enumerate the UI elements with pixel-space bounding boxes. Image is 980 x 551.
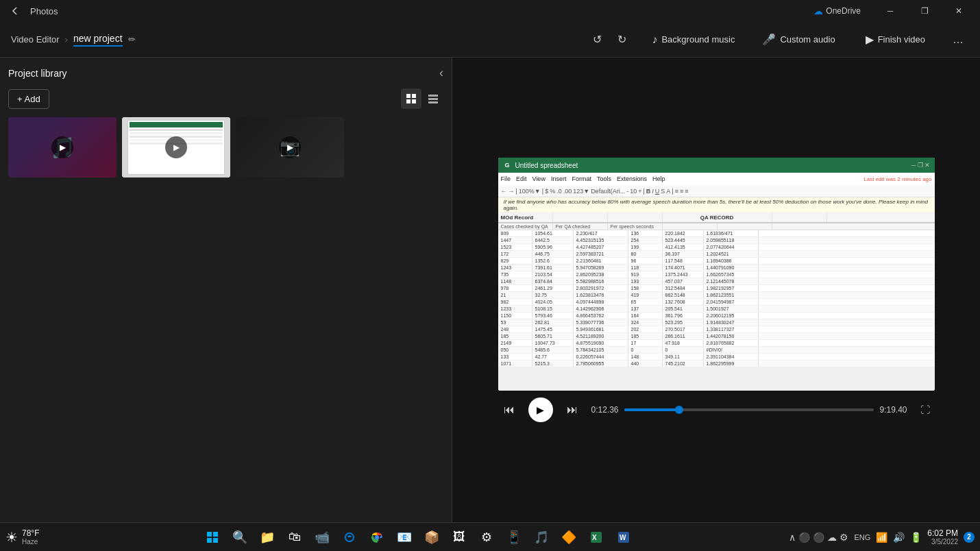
svg-rect-2 <box>406 99 411 103</box>
title-bar-controls: ☁ OneDrive ─ ❐ ✕ <box>813 0 975 22</box>
play-overlay-2: ▶ <box>165 136 187 158</box>
notification-badge[interactable]: 2 <box>964 532 975 543</box>
progress-thumb <box>675 406 683 414</box>
tray-icon-2: ⚫ <box>813 532 824 543</box>
custom-audio-label: Custom audio <box>780 34 835 45</box>
svg-rect-6 <box>428 101 438 103</box>
wifi-icon[interactable]: 📶 <box>876 532 887 543</box>
onedrive-tray-icon[interactable]: ☁ <box>827 532 837 543</box>
fullscreen-button[interactable]: ⛶ <box>916 400 935 419</box>
play-button[interactable]: ▶ <box>528 397 553 422</box>
weather-temp: 78°F <box>22 528 39 538</box>
project-library: Project library ‹ + Add <box>0 58 452 522</box>
restore-button[interactable]: ❐ <box>909 0 940 22</box>
video-editor-breadcrumb[interactable]: Video Editor <box>11 34 60 45</box>
grid-view-button[interactable] <box>401 88 421 109</box>
close-button[interactable]: ✕ <box>943 0 975 22</box>
dropbox-button[interactable]: 📦 <box>419 525 444 550</box>
search-button[interactable]: 🔍 <box>228 525 252 550</box>
edge-button[interactable] <box>337 525 362 550</box>
taskbar-apps: 🔍 📁 🛍 📹 📧 📦 🖼 ⚙ 📱 🎵 🔶 <box>47 525 789 550</box>
vlc-button[interactable]: 🔶 <box>556 525 581 550</box>
progress-bar[interactable] <box>624 408 874 411</box>
weather-desc: Haze <box>22 538 39 546</box>
excel-button[interactable]: X <box>584 525 609 550</box>
next-frame-button[interactable]: ⏭ <box>561 399 583 421</box>
progress-fill <box>624 408 679 411</box>
main-layout: Project library ‹ + Add <box>0 58 980 522</box>
photos-taskbar-button[interactable]: 🖼 <box>447 525 471 550</box>
progress-container: 0:12.36 9:19.40 <box>591 405 907 415</box>
video-preview: G Untitled spreadsheet ─ ❐ ✕ FileEditVie… <box>498 158 935 391</box>
microsoft-store-button[interactable]: 🛍 <box>282 525 307 550</box>
svg-rect-9 <box>207 538 212 543</box>
chrome-button[interactable] <box>365 525 389 550</box>
settings-button[interactable]: ⚙ <box>474 525 499 550</box>
phone-link-button[interactable]: 📱 <box>502 525 526 550</box>
svg-rect-4 <box>428 95 438 97</box>
clock-date: 3/5/2022 <box>927 538 958 546</box>
mail-button[interactable]: 📧 <box>392 525 417 550</box>
svg-rect-8 <box>213 532 218 537</box>
spreadsheet-menubar: FileEditViewInsert FormatToolsExtensions… <box>498 173 935 185</box>
spreadsheet-title: Untitled spreadsheet <box>515 162 578 169</box>
finish-video-button[interactable]: ▶ Finish video <box>855 29 936 50</box>
svg-rect-7 <box>207 532 212 537</box>
list-view-button[interactable] <box>423 88 443 109</box>
word-button[interactable]: W <box>611 525 636 550</box>
finish-video-label: Finish video <box>878 34 925 45</box>
more-options-button[interactable]: … <box>947 29 969 51</box>
weather-widget[interactable]: ☀ 78°F Haze <box>5 528 39 546</box>
system-tray: ∧ ⚫ ⚫ ☁ ⚙ <box>789 532 848 543</box>
minimize-button[interactable]: ─ <box>874 0 906 22</box>
clock[interactable]: 6:02 PM 3/5/2022 <box>927 528 958 546</box>
taskbar: ☀ 78°F Haze 🔍 📁 🛍 📹 <box>0 522 980 551</box>
back-button[interactable] <box>5 1 25 21</box>
svg-rect-0 <box>406 94 411 98</box>
breadcrumb-separator: › <box>65 34 68 45</box>
media-thumb-3[interactable]: 📷 ▶ <box>236 117 344 177</box>
project-name: new project <box>73 33 123 47</box>
weather-info: 78°F Haze <box>22 528 39 546</box>
start-button[interactable] <box>200 525 225 550</box>
library-title: Project library <box>8 68 67 79</box>
teams-button[interactable]: 📹 <box>310 525 334 550</box>
custom-audio-button[interactable]: 🎤 Custom audio <box>754 29 843 50</box>
clock-time: 6:02 PM <box>927 528 958 538</box>
header-actions: ↺ ↻ ♪ Background music 🎤 Custom audio ▶ … <box>586 29 969 51</box>
volume-icon[interactable]: 🔊 <box>893 532 905 543</box>
spreadsheet-titlebar: G Untitled spreadsheet ─ ❐ ✕ <box>498 158 935 173</box>
media-thumb-1[interactable]: 🎵 ▶ <box>8 117 117 177</box>
collapse-sidebar-button[interactable]: ‹ <box>439 66 443 80</box>
media-thumb-2[interactable]: ▶ <box>122 117 230 177</box>
svg-rect-1 <box>412 94 416 98</box>
language-indicator[interactable]: ENG <box>854 533 870 541</box>
total-time: 9:19.40 <box>879 405 907 415</box>
background-music-label: Background music <box>661 34 735 45</box>
library-controls: + Add <box>8 88 443 109</box>
network-volume-group: 📶 🔊 🔋 <box>876 532 922 543</box>
spreadsheet-preview: G Untitled spreadsheet ─ ❐ ✕ FileEditVie… <box>498 158 935 391</box>
preview-area: G Untitled spreadsheet ─ ❐ ✕ FileEditVie… <box>452 58 980 522</box>
previous-frame-button[interactable]: ⏮ <box>498 399 520 421</box>
taskbar-left: ☀ 78°F Haze <box>5 528 47 546</box>
play-overlay-3: ▶ <box>279 136 301 158</box>
video-controls: ⏮ ▶ ⏭ 0:12.36 9:19.40 ⛶ <box>498 397 935 422</box>
file-explorer-button[interactable]: 📁 <box>255 525 280 550</box>
spreadsheet-content: FileEditViewInsert FormatToolsExtensions… <box>498 173 935 391</box>
redo-button[interactable]: ↻ <box>611 29 633 51</box>
play-overlay-1: ▶ <box>51 136 73 158</box>
music-icon: ♪ <box>652 34 657 46</box>
tray-icon-3: ⚙ <box>840 532 848 543</box>
background-music-button[interactable]: ♪ Background music <box>644 29 743 50</box>
undo-button[interactable]: ↺ <box>586 29 608 51</box>
media-player-button[interactable]: 🎵 <box>529 525 554 550</box>
onedrive-indicator[interactable]: ☁ OneDrive <box>813 5 861 16</box>
add-media-button[interactable]: + Add <box>8 89 49 109</box>
title-bar: Photos ☁ OneDrive ─ ❐ ✕ <box>0 0 980 22</box>
svg-rect-5 <box>428 98 438 100</box>
edit-project-name-icon[interactable]: ✏ <box>128 34 136 45</box>
tray-expand-icon[interactable]: ∧ <box>789 532 796 543</box>
weather-icon: ☀ <box>5 529 18 546</box>
audio-icon: 🎤 <box>762 33 776 46</box>
